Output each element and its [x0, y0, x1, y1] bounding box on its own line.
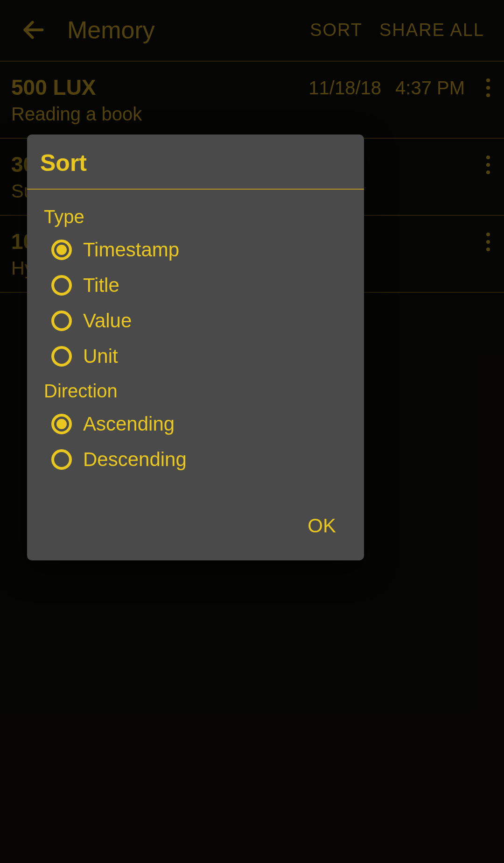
- radio-icon: [51, 311, 72, 331]
- radio-label: Value: [83, 310, 132, 332]
- ok-button[interactable]: OK: [298, 510, 345, 542]
- radio-icon: [51, 449, 72, 470]
- radio-icon: [51, 346, 72, 367]
- radio-label: Timestamp: [83, 239, 179, 261]
- radio-label: Title: [83, 274, 119, 297]
- radio-icon: [51, 240, 72, 260]
- radio-label: Unit: [83, 345, 118, 368]
- radio-label: Ascending: [83, 413, 175, 435]
- dialog-title: Sort: [40, 149, 351, 177]
- radio-option-timestamp[interactable]: Timestamp: [44, 232, 351, 268]
- sort-type-label: Type: [44, 206, 351, 227]
- radio-icon: [51, 414, 72, 434]
- radio-option-value[interactable]: Value: [44, 303, 351, 339]
- dialog-header: Sort: [27, 134, 364, 190]
- sort-direction-label: Direction: [44, 381, 351, 402]
- radio-icon: [51, 275, 72, 296]
- radio-option-title[interactable]: Title: [44, 268, 351, 303]
- radio-label: Descending: [83, 448, 187, 471]
- radio-option-unit[interactable]: Unit: [44, 339, 351, 374]
- sort-dialog: Sort Type Timestamp Title Value Unit Dir…: [27, 134, 364, 560]
- radio-option-ascending[interactable]: Ascending: [44, 406, 351, 442]
- radio-option-descending[interactable]: Descending: [44, 442, 351, 477]
